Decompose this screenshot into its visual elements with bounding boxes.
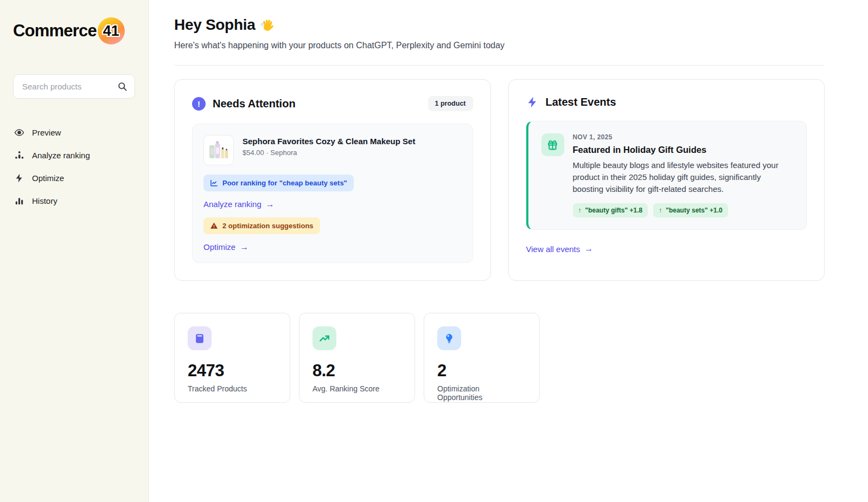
ranking-issue-badge: Poor ranking for "cheap beauty sets" [203,175,354,191]
sidebar-item-label: History [32,196,58,205]
latest-events-card: Latest Events NOV 1, 2025 Featured in Ho… [508,79,825,281]
needs-attention-header: ! Needs Attention 1 product [192,96,473,111]
eye-icon [14,127,24,138]
greeting-text: Hey Sophia [174,16,255,34]
search-icon[interactable] [117,81,127,92]
analyze-ranking-label: Analyze ranking [203,199,261,209]
stat-value: 2 [437,361,526,381]
analyze-ranking-link[interactable]: Analyze ranking → [203,199,275,209]
ranking-gain-badge: ↑ "beauty sets" +1.0 [653,203,727,217]
sidebar-item-label: Optimize [32,173,64,183]
alert-icon: ! [192,97,206,111]
product-row: Sephora Favorites Cozy & Clean Makeup Se… [203,135,462,165]
waving-hand-icon [260,18,275,33]
sidebar: Commerce 41 Preview Analyze ranking Opti… [0,0,149,502]
stats-row: 2473 Tracked Products 8.2 Avg. Ranking S… [174,313,825,403]
arrow-right-icon: → [584,244,593,253]
view-all-events-link[interactable]: View all events → [526,244,593,254]
product-card[interactable]: Sephora Favorites Cozy & Clean Makeup Se… [192,124,473,263]
search-box [13,74,135,99]
product-brand: Sephora [270,149,297,157]
trending-up-icon-container [312,326,336,350]
stat-card-tracked-products: 2473 Tracked Products [174,313,290,403]
arrow-up-icon: ↑ [578,207,582,214]
product-count-badge: 1 product [428,96,473,111]
sidebar-item-history[interactable]: History [13,192,135,210]
bolt-icon [14,173,24,183]
event-date: NOV 1, 2025 [573,133,794,141]
meta-separator: · [266,149,268,157]
latest-events-header: Latest Events [526,96,807,108]
stat-card-avg-ranking-score: 8.2 Avg. Ranking Score [299,313,415,403]
warning-triangle-icon [210,222,218,230]
stat-card-optimization-opportunities: 2 Optimization Opportunities [424,313,540,403]
package-icon-container [188,326,212,350]
needs-attention-card: ! Needs Attention 1 product [174,79,491,281]
needs-attention-title: Needs Attention [213,98,296,110]
main-content: Hey Sophia Here's what's happening with … [149,0,868,502]
optimization-warning-text: 2 optimization suggestions [222,222,314,230]
product-image [203,135,234,165]
event-card[interactable]: NOV 1, 2025 Featured in Holiday Gift Gui… [526,121,807,230]
sidebar-item-preview[interactable]: Preview [13,124,135,141]
page-header: Hey Sophia Here's what's happening with … [174,0,825,66]
trending-up-icon [318,332,330,344]
brand-name: Commerce [13,21,97,41]
stat-label: Avg. Ranking Score [312,384,401,393]
product-name: Sephora Favorites Cozy & Clean Makeup Se… [242,137,415,146]
sidebar-item-label: Preview [32,128,61,137]
product-price: $54.00 [242,149,264,157]
page-title: Hey Sophia [174,16,825,34]
sidebar-item-label: Analyze ranking [32,151,90,160]
product-meta: $54.00 · Sephora [242,149,415,157]
optimize-label: Optimize [203,242,235,252]
brand-logo[interactable]: Commerce 41 [13,17,135,44]
bar-chart-icon [14,196,24,206]
event-badges: ↑ "beauty gifts" +1.8 ↑ "beauty sets" +1… [573,203,794,217]
sidebar-item-optimize[interactable]: Optimize [13,169,135,187]
ranking-gain-badge: ↑ "beauty gifts" +1.8 [573,203,648,217]
ranking-issue-text: Poor ranking for "cheap beauty sets" [222,179,347,187]
event-description: Multiple beauty blogs and lifestyle webs… [573,159,794,196]
optimization-warning-badge: 2 optimization suggestions [203,217,320,234]
stat-label: Optimization Opportunities [437,384,526,402]
stat-value: 2473 [188,361,277,381]
stat-label: Tracked Products [188,384,277,393]
gift-icon-container [541,133,564,156]
arrow-right-icon: → [266,200,275,209]
ranking-gain-text: "beauty sets" +1.0 [666,207,722,214]
lightbulb-icon [443,332,455,344]
scatter-chart-icon [14,150,24,160]
latest-events-title: Latest Events [546,96,616,108]
brand-badge: 41 [98,17,125,44]
ranking-gain-text: "beauty gifts" +1.8 [585,207,643,214]
lightbulb-icon-container [437,326,461,350]
product-info: Sephora Favorites Cozy & Clean Makeup Se… [242,135,415,157]
optimize-link[interactable]: Optimize → [203,242,248,252]
chart-line-icon [210,179,218,187]
event-title: Featured in Holiday Gift Guides [573,145,794,155]
sidebar-item-analyze-ranking[interactable]: Analyze ranking [13,146,135,164]
top-cards-row: ! Needs Attention 1 product [174,79,825,281]
gift-icon [547,139,558,151]
page-subtitle: Here's what's happening with your produc… [174,41,825,50]
lightning-icon [526,96,539,108]
sidebar-nav: Preview Analyze ranking Optimize History [13,124,135,210]
stat-value: 8.2 [312,361,401,381]
arrow-right-icon: → [240,243,248,252]
arrow-up-icon: ↑ [659,207,662,214]
event-content: NOV 1, 2025 Featured in Holiday Gift Gui… [573,133,794,217]
view-all-events-label: View all events [526,244,580,254]
makeup-set-illustration [207,139,230,162]
package-icon [194,332,206,344]
